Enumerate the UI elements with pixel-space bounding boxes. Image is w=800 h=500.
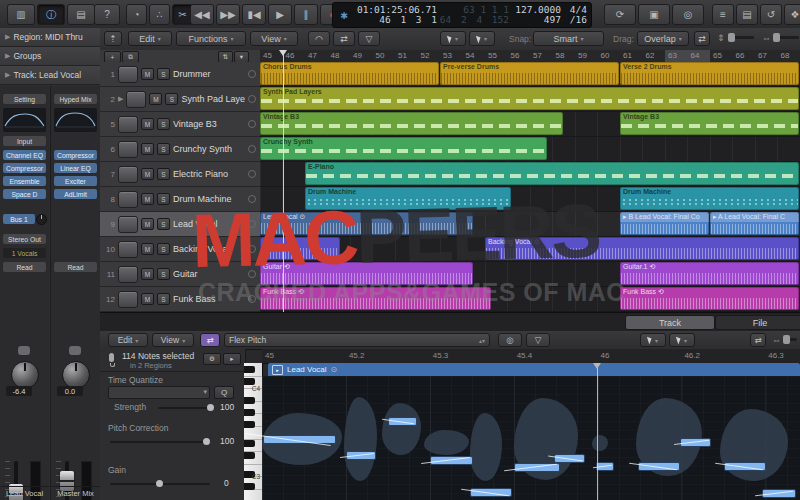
region-pre-verse-drums[interactable]: Pre-verse Drums	[440, 62, 619, 85]
arrange-area[interactable]: Chorus DrumsPre-verse DrumsVerse 2 Drums…	[260, 62, 800, 312]
tab-track[interactable]: Track	[625, 315, 715, 330]
editor-playhead-handle[interactable]	[593, 363, 601, 369]
drag-select[interactable]: Overlap▾	[637, 31, 689, 46]
region-inspector-header[interactable]: ▶ Region: MIDI Thru	[0, 28, 100, 47]
track-header-lead-vocal[interactable]: 9MSLead Vocal	[100, 212, 260, 237]
snap-select[interactable]: Smart▾	[533, 31, 604, 46]
track-inspector-header[interactable]: ▶ Track: Lead Vocal	[0, 66, 100, 85]
track-mute-button[interactable]: M	[141, 193, 154, 205]
piano-keyboard[interactable]: C4C3	[244, 363, 263, 500]
region-collapse-icon[interactable]: ▸	[272, 365, 283, 375]
catch-playhead-button[interactable]: ⇄	[694, 31, 710, 46]
insert-slot[interactable]: Compressor	[54, 150, 97, 160]
editor-filter-icon[interactable]: ▽	[526, 333, 550, 347]
output-slot[interactable]: Stereo Out	[3, 234, 46, 244]
help-icon[interactable]: ?	[94, 4, 120, 25]
quantize-apply-button[interactable]: Q	[214, 386, 234, 399]
flex-pitch-note[interactable]	[263, 435, 336, 444]
pitch-correction-slider[interactable]	[110, 441, 210, 443]
region-lead-vocal-final-co[interactable]: ▸ B Lead Vocal: Final Co	[620, 212, 709, 235]
region-synth-pad-layers[interactable]: Synth Pad Layers	[260, 87, 799, 110]
track-header-electric-piano[interactable]: 7MSElectric Piano	[100, 162, 260, 187]
flex-mode-select[interactable]: Flex Pitch▴▾	[224, 333, 490, 347]
panel-close-button[interactable]: ▸	[223, 353, 241, 365]
autopunch-button[interactable]: ▣	[638, 4, 670, 25]
play-button[interactable]: ▶	[268, 4, 292, 25]
region-chorus-drums[interactable]: Chorus Drums	[260, 62, 439, 85]
track-solo-button[interactable]: S	[157, 143, 170, 155]
track-solo-button[interactable]: S	[157, 168, 170, 180]
insert-slot[interactable]: Linear EQ	[54, 163, 97, 173]
flex-pitch-note[interactable]	[724, 462, 766, 471]
track-mute-button[interactable]: M	[149, 93, 162, 105]
forward-button[interactable]: ▶▶	[216, 4, 240, 25]
view-menu[interactable]: View▾	[250, 31, 298, 46]
region-drum-machine[interactable]: Drum Machine	[305, 187, 511, 210]
command-click-tool-menu[interactable]: ▾	[469, 31, 495, 46]
strength-slider[interactable]	[158, 407, 214, 409]
region-funk-bass[interactable]: Funk Bass ⟲	[620, 287, 799, 310]
flex-pitch-note[interactable]	[470, 488, 512, 497]
channel-setting-button[interactable]: Setting	[3, 94, 46, 104]
track-lane-drum-machine[interactable]: Drum MachineDrum Machine	[260, 187, 800, 212]
apple-loops-button[interactable]: ↺	[760, 4, 782, 25]
low-latency-button[interactable]: ◎	[672, 4, 704, 25]
track-solo-button[interactable]: S	[157, 118, 170, 130]
flex-icon[interactable]: ⇄	[333, 31, 355, 46]
black-key[interactable]	[244, 409, 255, 416]
flex-pitch-note[interactable]	[554, 454, 585, 463]
region-drum-machine[interactable]: Drum Machine	[620, 187, 799, 210]
flex-pitch-note[interactable]	[430, 456, 473, 465]
track-mute-button[interactable]: M	[141, 118, 154, 130]
region-funk-bass[interactable]: Funk Bass ⟲	[260, 287, 491, 310]
automation-mode-button[interactable]: Read	[54, 262, 97, 272]
track-header-synth-pad-layers[interactable]: 2▶MSSynth Pad Layers	[100, 87, 260, 112]
track-mute-button[interactable]: M	[141, 293, 154, 305]
mixer-icon[interactable]: ∴	[149, 4, 170, 25]
pan-knob[interactable]	[62, 361, 90, 389]
media-browser-icon[interactable]: ▥	[7, 4, 35, 25]
flex-pitch-canvas[interactable]	[262, 376, 800, 500]
track-lane-lead-vocal[interactable]: Lead Vocal ⊙▸ B Lead Vocal: Final Co▸ A …	[260, 212, 800, 237]
gain-slider[interactable]	[110, 483, 210, 485]
track-header-vintage-b3[interactable]: 5MSVintage B3	[100, 112, 260, 137]
stop-button[interactable]: ▮◀	[242, 4, 266, 25]
cycle-button[interactable]: ⟳	[604, 4, 636, 25]
flex-pitch-note[interactable]	[388, 417, 417, 426]
send-slot[interactable]: Bus 1	[3, 214, 35, 224]
filter-icon[interactable]: ▽	[358, 31, 380, 46]
region-backing-vocal[interactable]: Backing Vocal ⊙	[485, 237, 799, 260]
insert-slot[interactable]: AdLimit	[54, 189, 97, 199]
flex-pitch-note[interactable]	[680, 438, 711, 447]
black-key[interactable]	[244, 440, 255, 447]
track-lane-drummer[interactable]: Chorus DrumsPre-verse DrumsVerse 2 Drums	[260, 62, 800, 87]
editor-catch-button[interactable]: ⇄	[750, 333, 766, 347]
track-mute-button[interactable]: M	[141, 168, 154, 180]
track-lane-vintage-b3[interactable]: Vintage B3Vintage B3	[260, 112, 800, 137]
track-lane-crunchy-synth[interactable]: Crunchy Synth	[260, 137, 800, 162]
midi-monitor-icon[interactable]: ◎	[498, 333, 522, 347]
track-header-funk-bass[interactable]: 12MSFunk Bass	[100, 287, 260, 312]
region-vintage-b3[interactable]: Vintage B3	[620, 112, 799, 135]
track-mute-button[interactable]: M	[141, 68, 154, 80]
black-key[interactable]	[244, 366, 255, 373]
flex-pitch-note[interactable]	[346, 451, 376, 460]
track-header-backing-vocal[interactable]: 10MSBacking Vocal	[100, 237, 260, 262]
track-solo-button[interactable]: S	[165, 93, 178, 105]
region-vintage-b3[interactable]: Vintage B3	[260, 112, 563, 135]
flex-mode-icon[interactable]: ⇄	[200, 333, 220, 347]
eq-thumbnail[interactable]	[3, 108, 46, 132]
black-key[interactable]	[244, 421, 255, 428]
track-header-guitar[interactable]: 11MSGuitar	[100, 262, 260, 287]
editor-playhead[interactable]	[597, 363, 598, 500]
track-lane-backing-vocal[interactable]: Backing Vocal ⊙	[260, 237, 800, 262]
stack-disclosure-icon[interactable]: ▶	[118, 95, 123, 103]
track-lane-funk-bass[interactable]: Funk Bass ⟲Funk Bass ⟲	[260, 287, 800, 312]
editor-hzoom-slider[interactable]	[783, 338, 797, 341]
track-header-drum-machine[interactable]: 8MSDrum Machine	[100, 187, 260, 212]
region-crunchy-synth[interactable]: Crunchy Synth	[260, 137, 547, 160]
track-solo-button[interactable]: S	[157, 293, 170, 305]
groups-inspector-header[interactable]: ▶ Groups	[0, 47, 100, 66]
list-editors-button[interactable]: ≡	[712, 4, 734, 25]
editor-edit-menu[interactable]: Edit▾	[108, 333, 148, 347]
